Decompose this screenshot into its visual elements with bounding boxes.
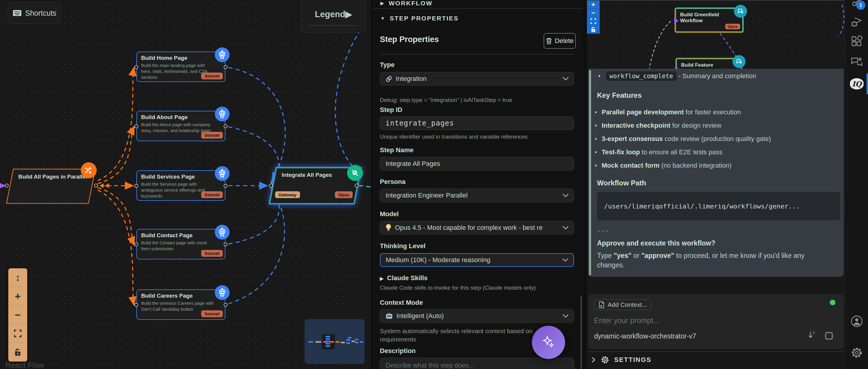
claude-skills-helper: Claude Code skills to invoke for this st…	[380, 284, 569, 291]
iq-logo[interactable]: IQ	[850, 77, 864, 91]
markdown-divider: ---	[597, 227, 609, 234]
output-port[interactable]	[224, 243, 227, 247]
step-name-input[interactable]: Integrate All Pages	[380, 157, 574, 171]
lightbulb-icon	[385, 224, 392, 232]
zoom-in-button[interactable]: +	[8, 287, 27, 306]
debug-icon[interactable]	[850, 15, 864, 28]
key-features-heading: Key Features	[597, 91, 642, 100]
model-select[interactable]: Opus 4.5 - Most capable for complex work…	[380, 221, 574, 234]
feature-item: Parallel page development for faster exe…	[595, 108, 771, 116]
step-properties-section-header[interactable]: ▼STEP PROPERTIES	[380, 15, 459, 22]
step-id-input[interactable]: integrate_pages	[380, 116, 574, 130]
claude-skills-header[interactable]: ▶Claude Skills	[380, 274, 428, 282]
import-arrow-icon[interactable]: 1	[806, 331, 816, 341]
stop-square-icon[interactable]	[825, 332, 833, 340]
output-port[interactable]	[224, 124, 227, 128]
panel-title: Step Properties	[380, 35, 439, 44]
assistant-mini-canvas[interactable]: + − Build Greenfield Workflow Opus Build…	[587, 0, 845, 69]
mini-lock-button[interactable]	[587, 26, 600, 34]
zoom-out-button[interactable]: −	[8, 306, 27, 324]
mini-fit-view-button[interactable]	[587, 17, 600, 26]
step-properties-panel: ▶WORKFLOW ▼STEP PROPERTIES Step Properti…	[371, 0, 583, 369]
type-select[interactable]: Integration	[380, 72, 574, 86]
panel-scrollbar[interactable]	[581, 296, 582, 369]
task-node[interactable]: Build Careers PageBuild the ominous Care…	[136, 289, 225, 320]
task-node[interactable]: Build About PageBuild the About page wit…	[136, 111, 225, 141]
node-title: Build Careers Page	[141, 292, 221, 299]
shortcuts-button[interactable]: Shortcuts	[8, 2, 61, 24]
step-code-chip: workflow_complete	[606, 72, 677, 81]
task-node[interactable]: Build Contact PageBuild the Contact page…	[136, 229, 225, 259]
message-scrollbar[interactable]	[589, 70, 591, 276]
parallel-node-title[interactable]: Build All Pages in Parallel	[18, 174, 92, 180]
mini-zoom-in-button[interactable]: +	[587, 1, 600, 9]
parallel-icon[interactable]	[81, 162, 97, 178]
mini-opus-badge: Opus	[725, 24, 740, 29]
workflow-path-code[interactable]: /users/limeriqofficial/.limeriq/workflow…	[597, 192, 840, 220]
ai-assistant-fab[interactable]	[532, 326, 565, 359]
context-mode-label: Context Mode	[380, 299, 423, 307]
resize-handle-button[interactable]: ↕	[8, 268, 27, 287]
thinking-level-label: Thinking Level	[380, 242, 426, 250]
extensions-icon[interactable]	[850, 35, 864, 48]
lock-button[interactable]	[8, 343, 27, 362]
input-port[interactable]	[134, 124, 138, 128]
input-port[interactable]	[134, 65, 138, 69]
link-icon	[385, 76, 392, 82]
chevron-down-icon	[562, 77, 569, 81]
output-port[interactable]	[224, 65, 227, 69]
shuffle-icon	[84, 166, 93, 175]
prompt-card: Add Context... Enter your prompt... dyna…	[588, 294, 844, 349]
agent-name[interactable]: dynamic-workflow-orchestrator-v7	[594, 332, 696, 340]
input-port[interactable]	[134, 303, 138, 307]
feature-item: Mock contact form (no backend integratio…	[595, 162, 771, 169]
gear-icon	[600, 356, 610, 364]
thinking-level-select[interactable]: Medium (10K) - Moderate reasoning	[380, 253, 574, 267]
integrate-output-port[interactable]	[355, 183, 359, 188]
approve-question: Approve and execute this workflow?	[597, 239, 715, 247]
parallel-input-port[interactable]	[5, 183, 8, 188]
integrate-plug-icon[interactable]	[347, 165, 363, 181]
context-mode-select[interactable]: Intelligent (Auto)	[380, 309, 574, 323]
sparkles-icon	[540, 334, 557, 351]
persona-select[interactable]: Integration Engineer Parallel	[380, 189, 574, 202]
description-textarea[interactable]: Describe what this step does...	[380, 358, 574, 369]
type-label: Type	[380, 61, 395, 69]
task-node[interactable]: Build Services PageBuild the Services pa…	[136, 170, 225, 201]
edge-arrowhead	[674, 18, 679, 24]
mini-node-feature[interactable]: Build Feature Workflow	[676, 59, 741, 69]
parallel-output-port[interactable]	[94, 183, 98, 188]
mini-node-greenfield[interactable]: Build Greenfield Workflow Opus	[675, 8, 743, 32]
account-icon[interactable]	[850, 314, 864, 328]
delete-step-button[interactable]: Delete	[544, 33, 576, 49]
settings-gear-icon[interactable]	[850, 346, 864, 360]
node-title: Build Contact Page	[141, 232, 221, 239]
task-node[interactable]: Build Home PageBuild the main landing pa…	[136, 52, 225, 82]
feature-item: Interactive checkpoint for design review	[595, 122, 771, 130]
add-context-button[interactable]: Add Context...	[594, 300, 651, 310]
workflow-section-header[interactable]: ▶WORKFLOW	[372, 0, 583, 9]
node-title: Build Services Page	[141, 174, 221, 180]
robot-icon	[215, 225, 229, 239]
chat-sparkle-icon[interactable]	[850, 55, 864, 69]
prompt-input[interactable]: Enter your prompt...	[594, 316, 659, 325]
features-list: Parallel page development for faster exe…	[595, 108, 771, 175]
model-badge: Sonnet	[201, 191, 223, 198]
integrate-node-title[interactable]: Integrate All Pages	[282, 172, 332, 178]
minimap[interactable]	[305, 319, 365, 364]
settings-divider	[587, 351, 845, 352]
input-port[interactable]	[134, 184, 138, 188]
chevron-down-icon: ▼	[380, 16, 385, 21]
fit-view-button[interactable]	[8, 324, 27, 343]
settings-section-header[interactable]: SETTINGS	[591, 356, 651, 364]
status-online-dot	[830, 300, 835, 305]
workflow-canvas[interactable]: Shortcuts Legend▶ Build All Pages in Par…	[0, 0, 371, 369]
plug-icon	[349, 167, 361, 179]
input-port[interactable]	[134, 243, 138, 247]
output-port[interactable]	[224, 303, 227, 307]
svg-text:1: 1	[813, 331, 815, 335]
integrate-input-port[interactable]	[269, 183, 273, 188]
legend-panel[interactable]: Legend▶	[301, 0, 366, 33]
mini-zoom-out-button[interactable]: −	[587, 9, 600, 17]
output-port[interactable]	[224, 184, 227, 188]
